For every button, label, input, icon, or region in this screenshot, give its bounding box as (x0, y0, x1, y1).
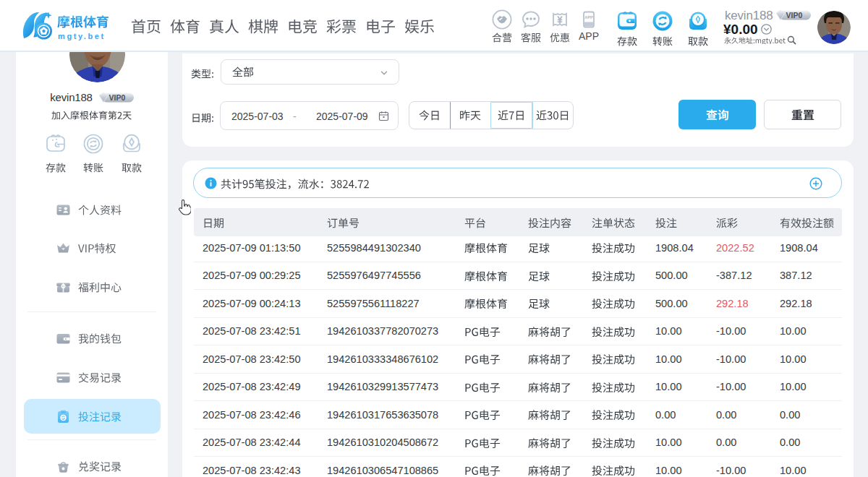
svg-text:VIP0: VIP0 (786, 11, 803, 20)
svg-text:VIP0: VIP0 (109, 93, 125, 102)
svg-text:APP: APP (584, 15, 593, 20)
